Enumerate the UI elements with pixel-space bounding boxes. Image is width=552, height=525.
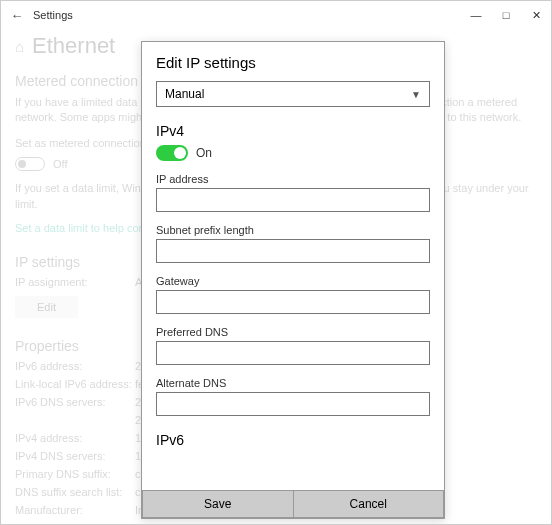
chevron-down-icon: ▼ [411,89,421,100]
preferred-dns-label: Preferred DNS [156,326,430,338]
close-button[interactable]: ✕ [521,1,551,29]
alternate-dns-input[interactable] [156,392,430,416]
window-title: Settings [33,9,73,21]
ip-address-input[interactable] [156,188,430,212]
subnet-prefix-label: Subnet prefix length [156,224,430,236]
back-button[interactable]: ← [7,8,27,23]
ipv4-toggle[interactable] [156,145,188,161]
mode-value: Manual [165,87,204,101]
minimize-button[interactable]: — [461,1,491,29]
ipv6-heading: IPv6 [156,432,430,448]
cancel-button[interactable]: Cancel [294,490,445,518]
gateway-label: Gateway [156,275,430,287]
edit-ip-dialog: Edit IP settings Manual ▼ IPv4 On IP add… [141,41,445,519]
alternate-dns-label: Alternate DNS [156,377,430,389]
subnet-prefix-input[interactable] [156,239,430,263]
dialog-title: Edit IP settings [156,54,430,71]
ipv4-toggle-state: On [196,146,212,160]
ip-address-label: IP address [156,173,430,185]
titlebar: ← Settings — □ ✕ [1,1,551,29]
mode-dropdown[interactable]: Manual ▼ [156,81,430,107]
ipv4-heading: IPv4 [156,123,430,139]
gateway-input[interactable] [156,290,430,314]
maximize-button[interactable]: □ [491,1,521,29]
save-button[interactable]: Save [142,490,294,518]
preferred-dns-input[interactable] [156,341,430,365]
